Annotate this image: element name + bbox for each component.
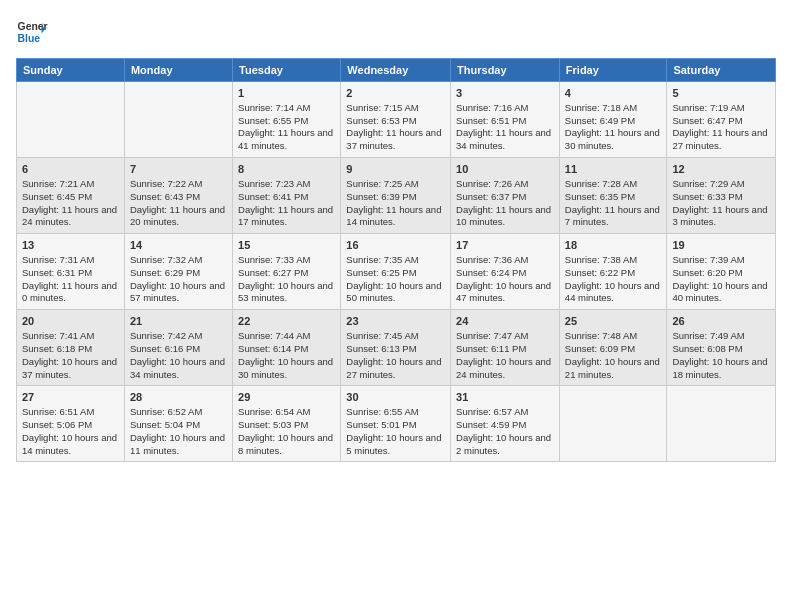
cell-content: Daylight: 10 hours and 24 minutes.: [456, 356, 554, 382]
svg-text:Blue: Blue: [18, 33, 41, 44]
week-row-4: 20Sunrise: 7:41 AMSunset: 6:18 PMDayligh…: [17, 310, 776, 386]
cell-content: Daylight: 10 hours and 5 minutes.: [346, 432, 445, 458]
cell-content: Sunrise: 7:32 AM: [130, 254, 227, 267]
cell-content: Daylight: 10 hours and 14 minutes.: [22, 432, 119, 458]
cell-content: Sunrise: 7:16 AM: [456, 102, 554, 115]
day-number: 2: [346, 86, 445, 101]
cell-content: Daylight: 10 hours and 44 minutes.: [565, 280, 662, 306]
cell-content: Daylight: 11 hours and 37 minutes.: [346, 127, 445, 153]
day-number: 27: [22, 390, 119, 405]
calendar-cell: 15Sunrise: 7:33 AMSunset: 6:27 PMDayligh…: [233, 234, 341, 310]
day-number: 10: [456, 162, 554, 177]
day-number: 3: [456, 86, 554, 101]
header: General Blue: [16, 16, 776, 48]
calendar-cell: [667, 386, 776, 462]
cell-content: Daylight: 10 hours and 2 minutes.: [456, 432, 554, 458]
calendar-cell: 16Sunrise: 7:35 AMSunset: 6:25 PMDayligh…: [341, 234, 451, 310]
cell-content: Sunrise: 7:19 AM: [672, 102, 770, 115]
calendar-cell: 1Sunrise: 7:14 AMSunset: 6:55 PMDaylight…: [233, 82, 341, 158]
day-number: 17: [456, 238, 554, 253]
cell-content: Sunset: 6:45 PM: [22, 191, 119, 204]
cell-content: Daylight: 10 hours and 34 minutes.: [130, 356, 227, 382]
cell-content: Daylight: 11 hours and 3 minutes.: [672, 204, 770, 230]
calendar-cell: 18Sunrise: 7:38 AMSunset: 6:22 PMDayligh…: [559, 234, 667, 310]
day-number: 19: [672, 238, 770, 253]
cell-content: Daylight: 10 hours and 18 minutes.: [672, 356, 770, 382]
cell-content: Sunset: 5:01 PM: [346, 419, 445, 432]
calendar-cell: [17, 82, 125, 158]
cell-content: Daylight: 10 hours and 47 minutes.: [456, 280, 554, 306]
logo-icon: General Blue: [16, 16, 48, 48]
cell-content: Sunset: 5:06 PM: [22, 419, 119, 432]
calendar-cell: 12Sunrise: 7:29 AMSunset: 6:33 PMDayligh…: [667, 158, 776, 234]
cell-content: Sunset: 6:29 PM: [130, 267, 227, 280]
day-number: 26: [672, 314, 770, 329]
cell-content: Sunrise: 7:38 AM: [565, 254, 662, 267]
day-header-tuesday: Tuesday: [233, 59, 341, 82]
logo: General Blue: [16, 16, 48, 48]
cell-content: Sunset: 6:11 PM: [456, 343, 554, 356]
cell-content: Sunrise: 7:29 AM: [672, 178, 770, 191]
calendar-cell: 11Sunrise: 7:28 AMSunset: 6:35 PMDayligh…: [559, 158, 667, 234]
cell-content: Sunset: 6:08 PM: [672, 343, 770, 356]
cell-content: Daylight: 11 hours and 10 minutes.: [456, 204, 554, 230]
day-number: 29: [238, 390, 335, 405]
cell-content: Sunrise: 7:21 AM: [22, 178, 119, 191]
cell-content: Sunrise: 7:33 AM: [238, 254, 335, 267]
cell-content: Sunset: 6:41 PM: [238, 191, 335, 204]
calendar-cell: 17Sunrise: 7:36 AMSunset: 6:24 PMDayligh…: [451, 234, 560, 310]
cell-content: Sunrise: 7:39 AM: [672, 254, 770, 267]
cell-content: Sunrise: 6:57 AM: [456, 406, 554, 419]
cell-content: Sunset: 5:03 PM: [238, 419, 335, 432]
header-row: SundayMondayTuesdayWednesdayThursdayFrid…: [17, 59, 776, 82]
day-number: 8: [238, 162, 335, 177]
calendar-cell: 8Sunrise: 7:23 AMSunset: 6:41 PMDaylight…: [233, 158, 341, 234]
day-number: 13: [22, 238, 119, 253]
cell-content: Sunrise: 7:26 AM: [456, 178, 554, 191]
calendar-cell: [559, 386, 667, 462]
calendar-cell: 23Sunrise: 7:45 AMSunset: 6:13 PMDayligh…: [341, 310, 451, 386]
day-number: 1: [238, 86, 335, 101]
cell-content: Sunrise: 7:36 AM: [456, 254, 554, 267]
cell-content: Daylight: 10 hours and 30 minutes.: [238, 356, 335, 382]
cell-content: Sunset: 6:47 PM: [672, 115, 770, 128]
cell-content: Sunset: 6:43 PM: [130, 191, 227, 204]
calendar-cell: 10Sunrise: 7:26 AMSunset: 6:37 PMDayligh…: [451, 158, 560, 234]
cell-content: Daylight: 11 hours and 41 minutes.: [238, 127, 335, 153]
calendar-cell: 7Sunrise: 7:22 AMSunset: 6:43 PMDaylight…: [124, 158, 232, 234]
day-header-monday: Monday: [124, 59, 232, 82]
day-number: 31: [456, 390, 554, 405]
calendar-cell: 30Sunrise: 6:55 AMSunset: 5:01 PMDayligh…: [341, 386, 451, 462]
cell-content: Sunset: 6:55 PM: [238, 115, 335, 128]
day-number: 11: [565, 162, 662, 177]
day-number: 30: [346, 390, 445, 405]
cell-content: Sunset: 6:09 PM: [565, 343, 662, 356]
cell-content: Daylight: 11 hours and 14 minutes.: [346, 204, 445, 230]
cell-content: Sunrise: 7:48 AM: [565, 330, 662, 343]
calendar-cell: 14Sunrise: 7:32 AMSunset: 6:29 PMDayligh…: [124, 234, 232, 310]
calendar-cell: 26Sunrise: 7:49 AMSunset: 6:08 PMDayligh…: [667, 310, 776, 386]
calendar-table: SundayMondayTuesdayWednesdayThursdayFrid…: [16, 58, 776, 462]
calendar-cell: 6Sunrise: 7:21 AMSunset: 6:45 PMDaylight…: [17, 158, 125, 234]
cell-content: Daylight: 10 hours and 27 minutes.: [346, 356, 445, 382]
cell-content: Sunrise: 7:35 AM: [346, 254, 445, 267]
cell-content: Sunset: 6:53 PM: [346, 115, 445, 128]
cell-content: Daylight: 11 hours and 0 minutes.: [22, 280, 119, 306]
calendar-cell: 22Sunrise: 7:44 AMSunset: 6:14 PMDayligh…: [233, 310, 341, 386]
cell-content: Sunrise: 7:45 AM: [346, 330, 445, 343]
calendar-cell: 21Sunrise: 7:42 AMSunset: 6:16 PMDayligh…: [124, 310, 232, 386]
calendar-cell: 20Sunrise: 7:41 AMSunset: 6:18 PMDayligh…: [17, 310, 125, 386]
cell-content: Daylight: 11 hours and 17 minutes.: [238, 204, 335, 230]
cell-content: Sunrise: 7:15 AM: [346, 102, 445, 115]
cell-content: Daylight: 10 hours and 40 minutes.: [672, 280, 770, 306]
cell-content: Sunset: 6:24 PM: [456, 267, 554, 280]
calendar-cell: 4Sunrise: 7:18 AMSunset: 6:49 PMDaylight…: [559, 82, 667, 158]
day-number: 4: [565, 86, 662, 101]
cell-content: Sunset: 6:22 PM: [565, 267, 662, 280]
cell-content: Sunset: 6:16 PM: [130, 343, 227, 356]
day-number: 15: [238, 238, 335, 253]
cell-content: Sunset: 6:18 PM: [22, 343, 119, 356]
cell-content: Sunrise: 6:55 AM: [346, 406, 445, 419]
day-number: 25: [565, 314, 662, 329]
day-number: 22: [238, 314, 335, 329]
